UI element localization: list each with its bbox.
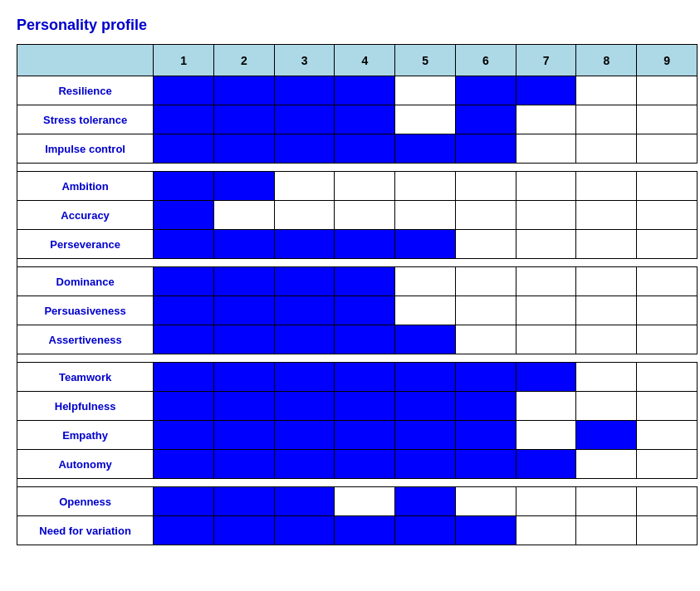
- col-header-3: 3: [274, 45, 335, 76]
- cell-2-1-5: [455, 296, 516, 325]
- cell-1-1-0: [154, 201, 214, 230]
- cell-2-0-5: [455, 267, 516, 296]
- trait-label: Teamwork: [17, 363, 154, 392]
- cell-0-2-3: [335, 134, 395, 164]
- cell-0-2-5: [455, 134, 516, 164]
- cell-0-2-4: [395, 134, 456, 164]
- cell-0-0-4: [395, 76, 456, 105]
- cell-1-1-2: [274, 201, 335, 230]
- col-header-4: 4: [335, 45, 395, 76]
- trait-label: Perseverance: [17, 230, 154, 259]
- cell-4-0-1: [213, 487, 274, 516]
- cell-2-2-2: [274, 325, 335, 354]
- cell-1-1-8: [637, 201, 698, 230]
- table-row: Autonomy: [17, 450, 698, 479]
- cell-4-1-4: [395, 516, 456, 545]
- cell-0-1-1: [213, 105, 274, 134]
- cell-2-2-1: [213, 325, 274, 354]
- cell-3-1-5: [455, 392, 516, 421]
- header-row: 1 2 3 4 5 6 7 8 9: [17, 45, 698, 76]
- cell-1-2-3: [335, 230, 395, 259]
- cell-0-1-3: [335, 105, 395, 134]
- cell-3-0-0: [154, 363, 214, 392]
- table-row: Teamwork: [17, 363, 698, 392]
- trait-label: Need for variation: [17, 516, 154, 545]
- cell-0-2-6: [516, 134, 576, 164]
- cell-4-1-7: [576, 516, 637, 545]
- cell-4-0-3: [335, 487, 395, 516]
- cell-1-1-6: [516, 201, 576, 230]
- trait-label: Helpfulness: [17, 392, 154, 421]
- cell-3-2-4: [395, 421, 456, 450]
- trait-label: Assertiveness: [17, 325, 154, 354]
- cell-1-2-1: [213, 230, 274, 259]
- cell-0-0-3: [335, 76, 395, 105]
- cell-4-1-2: [274, 516, 335, 545]
- cell-1-1-5: [455, 201, 516, 230]
- trait-label: Empathy: [17, 421, 154, 450]
- trait-label: Resilience: [17, 76, 154, 105]
- cell-4-0-2: [274, 487, 335, 516]
- cell-3-1-2: [274, 392, 335, 421]
- cell-0-2-8: [637, 134, 698, 164]
- cell-1-2-8: [637, 230, 698, 259]
- cell-2-0-8: [637, 267, 698, 296]
- group-spacer: [17, 259, 698, 267]
- cell-3-0-5: [455, 363, 516, 392]
- cell-2-1-1: [213, 296, 274, 325]
- cell-4-0-0: [154, 487, 214, 516]
- col-header-7: 7: [516, 45, 576, 76]
- col-header-8: 8: [576, 45, 637, 76]
- cell-4-0-7: [576, 487, 637, 516]
- cell-3-3-3: [335, 450, 395, 479]
- cell-1-1-3: [335, 201, 395, 230]
- trait-label: Autonomy: [17, 450, 154, 479]
- cell-2-1-8: [637, 296, 698, 325]
- table-row: Stress tolerance: [17, 105, 698, 134]
- col-header-5: 5: [395, 45, 456, 76]
- cell-2-2-6: [516, 325, 576, 354]
- cell-3-3-8: [637, 450, 698, 479]
- cell-2-2-4: [395, 325, 456, 354]
- cell-1-2-4: [395, 230, 456, 259]
- cell-1-2-5: [455, 230, 516, 259]
- cell-1-2-0: [154, 230, 214, 259]
- cell-1-0-6: [516, 172, 576, 201]
- cell-1-0-8: [637, 172, 698, 201]
- cell-2-1-0: [154, 296, 214, 325]
- cell-3-1-7: [576, 392, 637, 421]
- cell-3-0-7: [576, 363, 637, 392]
- cell-3-0-3: [335, 363, 395, 392]
- cell-0-1-5: [455, 105, 516, 134]
- cell-0-1-8: [637, 105, 698, 134]
- cell-3-1-0: [154, 392, 214, 421]
- cell-3-0-8: [637, 363, 698, 392]
- cell-3-1-6: [516, 392, 576, 421]
- table-row: Persuasiveness: [17, 296, 698, 325]
- cell-1-0-2: [274, 172, 335, 201]
- cell-4-1-1: [213, 516, 274, 545]
- col-header-2: 2: [213, 45, 274, 76]
- cell-3-2-2: [274, 421, 335, 450]
- cell-3-3-2: [274, 450, 335, 479]
- cell-2-2-7: [576, 325, 637, 354]
- table-row: Dominance: [17, 267, 698, 296]
- cell-4-1-3: [335, 516, 395, 545]
- cell-0-1-7: [576, 105, 637, 134]
- cell-4-0-8: [637, 487, 698, 516]
- trait-label: Stress tolerance: [17, 105, 154, 134]
- cell-1-1-4: [395, 201, 456, 230]
- cell-0-0-6: [516, 76, 576, 105]
- cell-1-2-2: [274, 230, 335, 259]
- cell-3-2-1: [213, 421, 274, 450]
- cell-2-0-3: [335, 267, 395, 296]
- cell-3-3-0: [154, 450, 214, 479]
- cell-0-2-7: [576, 134, 637, 164]
- cell-0-2-0: [154, 134, 214, 164]
- cell-1-0-1: [213, 172, 274, 201]
- cell-2-1-7: [576, 296, 637, 325]
- cell-2-0-7: [576, 267, 637, 296]
- cell-1-2-7: [576, 230, 637, 259]
- cell-1-2-6: [516, 230, 576, 259]
- table-row: Ambition: [17, 172, 698, 201]
